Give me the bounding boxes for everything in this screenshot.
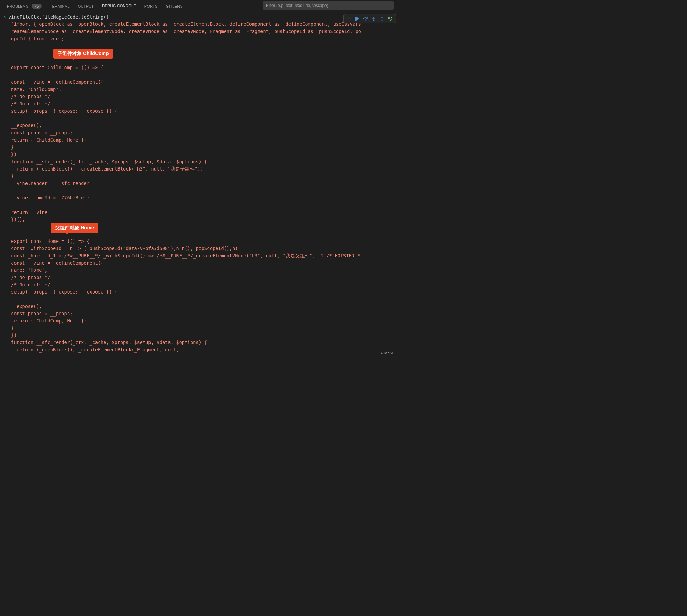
output-line: export const ChildComp = (() => { [11,64,398,71]
output-line: setup(__props, { expose: __expose }) { [11,107,398,115]
filter-input[interactable] [263,1,394,10]
output-line: export const Home = (() => { [11,238,398,245]
svg-point-1 [350,17,350,18]
output-line: return { ChildComp, Home }; [11,317,398,325]
tab-problems-label: PROBLEMS [7,4,29,8]
prompt-arrow-icon: › [1,13,8,21]
output-line: __vine.render = __sfc_render [11,180,398,187]
output-line: const _hoisted_1 = /*#__PURE__*/ _withSc… [11,252,398,259]
output-line: reateElementVNode as _createElementVNode… [11,28,398,35]
output-line: /* No emits */ [11,281,398,288]
callout-home: 父组件对象 Home [51,223,98,233]
output-line: function __sfc_render(_ctx, _cache, $pro… [11,158,398,165]
output-line: `import { openBlock as _openBlock, creat… [11,21,398,28]
output-line [11,115,398,122]
output-line: opeId } from 'vue'; [11,35,398,42]
watermark: znwx.cn [381,350,394,355]
svg-rect-6 [355,17,356,21]
output-line: } [11,144,398,151]
step-into-icon[interactable] [371,16,377,22]
output-line: return { ChildComp, Home }; [11,136,398,144]
svg-point-4 [348,20,348,20]
output-line: }) [11,151,398,158]
restart-icon[interactable] [387,16,393,22]
output-line: name: 'ChildComp', [11,86,398,93]
output-line: const props = __props; [11,310,398,317]
console-output: `import { openBlock as _openBlock, creat… [0,21,398,353]
svg-point-7 [365,20,366,21]
step-over-icon[interactable] [362,16,369,22]
continue-icon[interactable] [354,16,360,22]
output-line: /* No props */ [11,93,398,100]
panel-header: PROBLEMS 75 TERMINAL OUTPUT DEBUG CONSOL… [0,0,398,12]
output-line: setup(__props, { expose: __expose }) { [11,288,398,296]
output-line [11,187,398,194]
output-line [11,296,398,303]
output-line: /* No emits */ [11,100,398,107]
tab-terminal[interactable]: TERMINAL [46,1,74,11]
prompt-row: › vineFileCtx.fileMagicCode.toString() [0,13,398,21]
output-line: } [11,173,398,180]
output-line: return __vine [11,209,398,216]
console-body: › vineFileCtx.fileMagicCode.toString() `… [0,12,398,353]
output-line: return (_openBlock(), _createElementBloc… [11,346,398,353]
output-line: /* No props */ [11,274,398,281]
tab-gitlens[interactable]: GITLENS [162,1,187,11]
output-line: __expose(); [11,303,398,310]
tab-ports[interactable]: PORTS [140,1,162,11]
output-line: __vine.__hmrId = '776be3ce'; [11,194,398,202]
evaluated-expression: vineFileCtx.fileMagicCode.toString() [8,13,109,21]
output-line: const __vine = _defineComponent({ [11,79,398,86]
tab-problems[interactable]: PROBLEMS 75 [3,1,46,11]
output-line: const _withScopeId = n => (_pushScopeId(… [11,245,398,252]
svg-point-8 [373,20,375,21]
output-line: })(); [11,216,398,223]
tab-debug-console[interactable]: DEBUG CONSOLE [98,1,140,11]
output-line [11,202,398,209]
output-line: return (_openBlock(), _createElementBloc… [11,165,398,173]
svg-point-0 [348,17,348,18]
callout-childcomp: 子组件对象 ChildComp [53,49,113,59]
debug-toolbar [344,14,396,23]
svg-point-3 [350,18,350,19]
output-line: } [11,325,398,332]
gripper-icon[interactable] [346,16,352,22]
svg-point-2 [348,18,348,19]
problems-count-badge: 75 [32,4,42,9]
output-line [11,71,398,79]
svg-point-5 [350,20,350,20]
filter-container [263,1,394,10]
output-line: name: 'Home', [11,267,398,274]
svg-point-9 [382,20,383,21]
panel-tabs: PROBLEMS 75 TERMINAL OUTPUT DEBUG CONSOL… [3,1,187,11]
output-line: const __vine = _defineComponent({ [11,259,398,267]
output-line: __expose(); [11,122,398,129]
output-line: const props = __props; [11,129,398,136]
output-line: function __sfc_render(_ctx, _cache, $pro… [11,339,398,346]
step-out-icon[interactable] [379,16,385,22]
tab-output[interactable]: OUTPUT [74,1,98,11]
output-line: }) [11,332,398,339]
